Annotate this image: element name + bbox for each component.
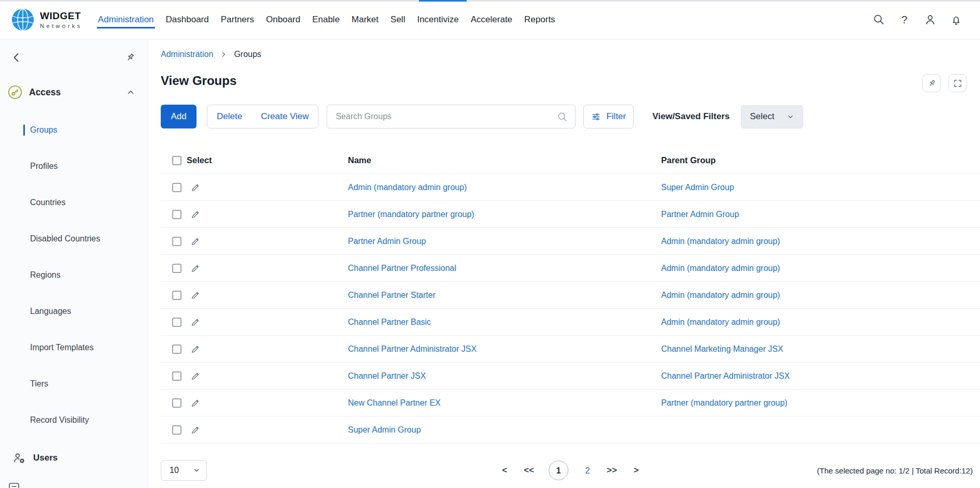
group-name-link[interactable]: Channel Partner JSX [348, 371, 661, 381]
nav-item[interactable]: Partners [220, 10, 255, 28]
search-groups-input[interactable] [335, 112, 557, 121]
parent-group-link[interactable]: Super Admin Group [661, 183, 980, 192]
pin-sidebar-icon[interactable] [125, 52, 135, 63]
group-name-link[interactable]: Channel Partner Basic [348, 318, 661, 327]
collapse-sidebar-icon[interactable] [10, 51, 23, 64]
group-name-link[interactable]: Admin (mandatory admin group) [348, 183, 661, 192]
parent-group-link[interactable]: Admin (mandatory admin group) [661, 318, 980, 327]
group-name-link[interactable]: Super Admin Group [348, 425, 661, 435]
edit-pencil-icon[interactable] [190, 209, 201, 220]
row-checkbox[interactable] [172, 425, 181, 435]
nav-item[interactable]: Dashboard [165, 10, 210, 28]
group-name-link[interactable]: New Channel Partner EX [348, 398, 661, 408]
sidebar-item[interactable]: Disabled Countries [0, 221, 148, 257]
nav-item[interactable]: Accelerate [470, 10, 513, 28]
nav-item[interactable]: Enable [311, 10, 341, 28]
sidebar-item[interactable]: Tiers [0, 366, 148, 402]
page-number-button[interactable]: 2 [583, 466, 592, 476]
sidebar-section-access[interactable]: Access [0, 76, 148, 109]
nav-item[interactable]: Sell [389, 10, 406, 28]
create-view-button[interactable]: Create View [251, 105, 318, 128]
nav-item[interactable]: Incentivize [416, 10, 459, 28]
sidebar-top-row [0, 46, 148, 69]
nav-item[interactable]: Market [351, 10, 380, 28]
row-checkbox[interactable] [172, 371, 181, 381]
sidebar-item[interactable]: Profiles [0, 148, 148, 184]
bell-icon[interactable] [950, 13, 962, 26]
breadcrumb-administration[interactable]: Administration [161, 50, 213, 59]
clipped-sidebar-icon [7, 481, 21, 488]
first-page-button[interactable]: << [524, 465, 534, 476]
nav-item[interactable]: Reports [523, 10, 556, 28]
group-name-link[interactable]: Channel Partner Professional [348, 264, 661, 273]
nav-item[interactable]: Administration [97, 10, 155, 28]
group-name-link[interactable]: Partner Admin Group [348, 237, 661, 246]
add-button[interactable]: Add [161, 105, 197, 128]
edit-pencil-icon[interactable] [190, 182, 201, 193]
page-number-button[interactable]: 1 [549, 461, 568, 480]
search-icon[interactable] [872, 13, 885, 26]
groups-table: Select Name Parent Group Admin (mandator… [161, 147, 980, 443]
prev-page-button[interactable]: < [500, 465, 509, 476]
select-all-checkbox[interactable] [172, 156, 181, 165]
sidebar-item[interactable]: Import Templates [0, 329, 148, 366]
row-checkbox[interactable] [172, 345, 181, 354]
edit-pencil-icon[interactable] [190, 236, 201, 247]
delete-button[interactable]: Delete [207, 105, 251, 128]
user-icon[interactable] [924, 13, 936, 26]
parent-group-link[interactable]: Partner (mandatory partner group) [661, 398, 980, 408]
saved-filter-select[interactable]: Select [741, 105, 803, 128]
parent-group-link[interactable]: Partner Admin Group [661, 210, 980, 219]
sidebar-item[interactable]: Record Visibility [0, 402, 148, 438]
chevron-right-icon [220, 51, 227, 58]
sidebar-item[interactable]: Languages [0, 293, 148, 329]
nav-item[interactable]: Onboard [265, 10, 301, 28]
chevron-up-icon[interactable] [126, 88, 135, 97]
group-name-link[interactable]: Partner (mandatory partner group) [348, 210, 661, 219]
pin-page-button[interactable] [922, 74, 941, 92]
last-page-button[interactable]: >> [607, 465, 617, 476]
sidebar-item[interactable]: Countries [0, 184, 148, 221]
table-header-row: Select Name Parent Group [161, 147, 980, 174]
row-checkbox[interactable] [172, 210, 181, 219]
help-icon[interactable]: ? [898, 13, 911, 26]
group-name-link[interactable]: Channel Partner Administrator JSX [348, 345, 661, 354]
page-summary: (The selected page no: 1/2 | Total Recor… [817, 466, 973, 475]
brand-logo[interactable]: WIDGET Networks [11, 8, 82, 31]
edit-pencil-icon[interactable] [190, 398, 201, 408]
table-row: New Channel Partner EX Partner (mandator… [161, 390, 980, 417]
sidebar-section-users[interactable]: Users [0, 442, 148, 473]
breadcrumb-current: Groups [234, 50, 261, 59]
row-checkbox[interactable] [172, 237, 181, 246]
group-name-link[interactable]: Channel Partner Starter [348, 291, 661, 300]
next-page-button[interactable]: > [632, 465, 641, 476]
edit-pencil-icon[interactable] [190, 290, 201, 300]
sidebar-items: Groups Profiles Countries Disabled Count… [0, 112, 148, 438]
edit-pencil-icon[interactable] [190, 344, 201, 354]
loading-bar-track [0, 0, 980, 2]
edit-pencil-icon[interactable] [190, 317, 201, 327]
filter-button[interactable]: Filter [583, 105, 634, 128]
parent-group-link[interactable]: Admin (mandatory admin group) [661, 237, 980, 246]
page-size-select[interactable]: 10 [161, 460, 207, 481]
sidebar-item[interactable]: Groups [0, 112, 148, 148]
table-body: Admin (mandatory admin group) Super Admi… [161, 174, 980, 443]
edit-pencil-icon[interactable] [190, 371, 201, 381]
chevron-down-icon [193, 467, 200, 474]
row-checkbox[interactable] [172, 183, 181, 192]
row-checkbox[interactable] [172, 318, 181, 327]
row-checkbox[interactable] [172, 264, 181, 273]
row-checkbox[interactable] [172, 291, 181, 300]
row-checkbox[interactable] [172, 398, 181, 408]
sidebar-item[interactable]: Regions [0, 257, 148, 293]
edit-pencil-icon[interactable] [190, 425, 201, 435]
parent-group-link[interactable]: Admin (mandatory admin group) [661, 264, 980, 273]
parent-group-link[interactable]: Channel Marketing Manager JSX [661, 345, 980, 354]
parent-group-link[interactable]: Channel Partner Administrator JSX [661, 371, 980, 381]
edit-pencil-icon[interactable] [190, 263, 201, 274]
parent-group-link[interactable]: Admin (mandatory admin group) [661, 291, 980, 300]
breadcrumb: Administration Groups [161, 50, 980, 59]
primary-nav: Administration Dashboard Partners Onboar… [97, 0, 556, 39]
magnifier-icon[interactable] [557, 111, 568, 122]
expand-icon[interactable] [948, 74, 967, 92]
